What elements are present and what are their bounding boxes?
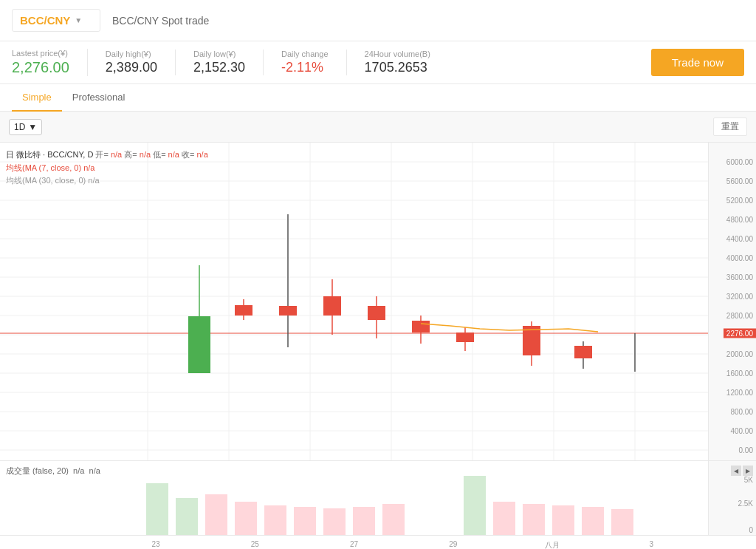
volume-next-icon[interactable]: ▶ <box>743 466 753 476</box>
stat-latest-price: Lastest price(¥) 2,276.00 <box>12 49 88 76</box>
volume-value: 1705.2653 <box>365 60 430 75</box>
stat-volume: 24Hour volume(B) 1705.2653 <box>365 50 448 75</box>
timeframe-chevron-icon: ▼ <box>28 122 37 132</box>
y-label-4400: 4400.00 <box>726 235 753 243</box>
y-label-2000: 2000.00 <box>726 350 753 358</box>
x-axis-spacer <box>708 536 756 549</box>
y-label-2800: 2800.00 <box>726 312 753 320</box>
stats-bar: Lastest price(¥) 2,276.00 Daily high(¥) … <box>0 41 756 84</box>
svg-rect-49 <box>323 508 346 535</box>
svg-rect-29 <box>279 306 297 316</box>
chart-svg <box>0 143 708 460</box>
daily-low-value: 2,152.30 <box>193 60 245 75</box>
daily-high-label: Daily high(¥) <box>106 50 157 58</box>
y-label-1600: 1600.00 <box>726 369 753 378</box>
svg-rect-44 <box>176 498 198 535</box>
daily-change-label: Daily change <box>281 50 329 58</box>
svg-rect-35 <box>412 321 430 333</box>
y-label-4800: 4800.00 <box>726 216 753 224</box>
svg-rect-47 <box>264 505 286 535</box>
svg-rect-46 <box>235 502 257 535</box>
x-label-27: 27 <box>350 540 358 548</box>
y-label-5200: 5200.00 <box>726 197 753 205</box>
x-axis: 23 25 27 29 八月 3 <box>0 535 756 549</box>
chart-main: 日 微比特 · BCC/CNY, D 开= n/a 高= n/a 低= n/a … <box>0 143 708 460</box>
volume-label: 24Hour volume(B) <box>365 50 430 58</box>
volume-y-axis: ◀ ▶ 5K 2.5K 0 <box>708 461 756 535</box>
svg-rect-48 <box>294 507 316 535</box>
svg-rect-33 <box>368 306 385 320</box>
chart-area: 日 微比特 · BCC/CNY, D 开= n/a 高= n/a 低= n/a … <box>0 143 756 460</box>
svg-rect-43 <box>146 483 168 535</box>
stat-daily-high: Daily high(¥) 2,389.00 <box>106 50 176 75</box>
pair-description: BCC/CNY Spot trade <box>112 15 209 27</box>
daily-low-label: Daily low(¥) <box>193 50 245 58</box>
latest-price-value: 2,276.00 <box>12 59 69 76</box>
current-price-label: 2276.00 <box>724 329 756 338</box>
svg-rect-55 <box>552 505 574 535</box>
vol-label-25k: 2.5K <box>738 499 753 508</box>
vol-label-5k: 5K <box>744 476 753 484</box>
ma7-info: 均线(MA (7, close, 0) n/a <box>6 162 208 175</box>
volume-area: 成交量 (false, 20) n/a n/a <box>0 460 756 535</box>
x-label-august: 八月 <box>545 540 560 549</box>
pair-selector[interactable]: BCC/CNY ▼ <box>12 9 100 32</box>
x-label-29: 29 <box>449 540 457 548</box>
svg-rect-25 <box>188 316 210 373</box>
x-label-23: 23 <box>151 540 159 548</box>
x-axis-main: 23 25 27 29 八月 3 <box>0 536 708 549</box>
volume-prev-icon[interactable]: ◀ <box>731 466 741 476</box>
daily-change-value: -2.11% <box>281 60 329 75</box>
daily-high-value: 2,389.00 <box>106 60 157 75</box>
svg-rect-56 <box>582 507 604 535</box>
svg-rect-54 <box>523 504 545 535</box>
volume-main: 成交量 (false, 20) n/a n/a <box>0 461 708 535</box>
y-label-4000: 4000.00 <box>726 254 753 262</box>
reset-button[interactable]: 重置 <box>713 117 747 136</box>
svg-rect-31 <box>323 296 341 316</box>
stat-daily-low: Daily low(¥) 2,152.30 <box>193 50 264 75</box>
y-label-6000: 6000.00 <box>726 158 753 166</box>
y-label-400: 400.00 <box>730 427 753 435</box>
chart-y-axis: 6000.00 5600.00 5200.00 4800.00 4400.00 … <box>708 143 756 460</box>
chevron-down-icon: ▼ <box>75 16 82 24</box>
timeframe-label: 1D <box>14 122 25 132</box>
tab-professional[interactable]: Professional <box>62 84 136 112</box>
svg-rect-45 <box>205 494 227 535</box>
trade-now-button[interactable]: Trade now <box>651 49 744 76</box>
volume-info: 成交量 (false, 20) n/a n/a <box>6 466 100 477</box>
pair-label: BCC/CNY <box>20 14 70 27</box>
volume-svg <box>0 461 708 535</box>
tabs: Simple Professional <box>0 84 756 112</box>
y-label-1200: 1200.00 <box>726 389 753 397</box>
chart-toolbar: 1D ▼ 重置 <box>0 112 756 143</box>
svg-rect-53 <box>493 502 515 535</box>
y-label-5600: 5600.00 <box>726 177 753 185</box>
svg-rect-52 <box>464 476 486 535</box>
timeframe-selector[interactable]: 1D ▼ <box>9 119 42 135</box>
tab-simple[interactable]: Simple <box>12 84 62 112</box>
chart-container: 1D ▼ 重置 日 微比特 · BCC/CNY, D 开= n/a 高= n/a… <box>0 112 756 549</box>
stat-daily-change: Daily change -2.11% <box>281 50 347 75</box>
svg-rect-27 <box>235 305 252 316</box>
vol-label-0: 0 <box>749 526 753 534</box>
chart-info: 日 微比特 · BCC/CNY, D 开= n/a 高= n/a 低= n/a … <box>6 149 208 188</box>
ma30-info: 均线(MA (30, close, 0) n/a <box>6 174 208 188</box>
svg-rect-51 <box>382 504 405 535</box>
x-label-3: 3 <box>649 540 653 548</box>
x-label-25: 25 <box>251 540 259 548</box>
latest-price-label: Lastest price(¥) <box>12 49 69 58</box>
y-label-3600: 3600.00 <box>726 273 753 282</box>
chart-title: 日 微比特 · BCC/CNY, D 开= n/a 高= n/a 低= n/a … <box>6 149 208 162</box>
svg-rect-50 <box>353 507 375 535</box>
svg-rect-37 <box>456 333 474 342</box>
header: BCC/CNY ▼ BCC/CNY Spot trade <box>0 0 756 41</box>
y-label-800: 800.00 <box>730 408 753 416</box>
svg-rect-57 <box>611 509 633 535</box>
y-label-3200: 3200.00 <box>726 293 753 301</box>
svg-rect-41 <box>574 346 592 358</box>
volume-nav-icons: ◀ ▶ <box>731 466 753 476</box>
y-label-0: 0.00 <box>739 446 753 454</box>
